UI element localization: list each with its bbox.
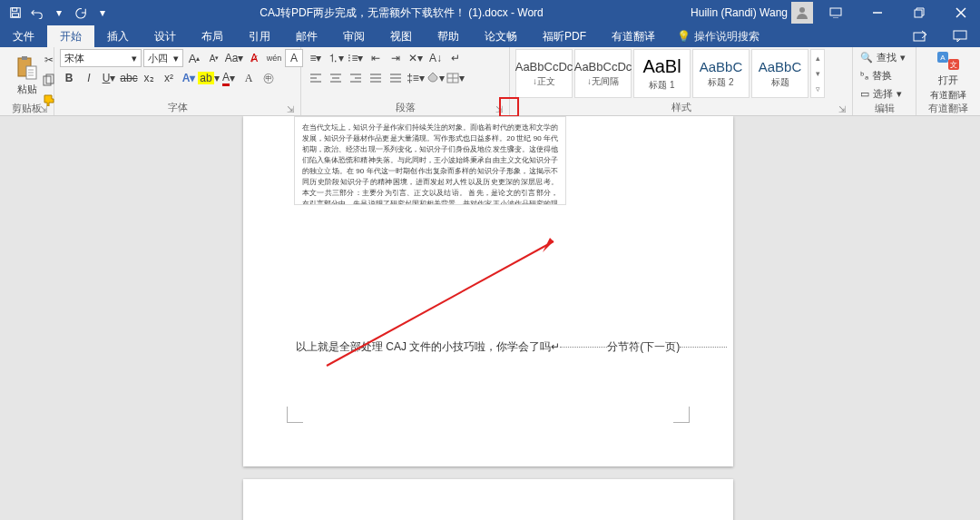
align-left-icon[interactable]: [307, 69, 325, 87]
share-icon[interactable]: [900, 25, 940, 47]
open-translate-button[interactable]: A文 打开 有道翻译: [929, 49, 967, 102]
replace-button[interactable]: ᵇₐ替换: [858, 67, 894, 83]
italic-icon[interactable]: I: [80, 69, 98, 87]
tab-insert[interactable]: 插入: [94, 25, 142, 47]
lightbulb-icon: 💡: [677, 30, 691, 43]
restore-icon[interactable]: [900, 0, 938, 25]
tab-design[interactable]: 设计: [142, 25, 189, 47]
style-name: 标题 1: [649, 79, 674, 92]
style-normal[interactable]: AaBbCcDc↓正文: [515, 49, 573, 98]
styles-launcher-icon[interactable]: ⇲: [836, 103, 848, 115]
ribbon: 粘贴 ✂ 剪贴板⇲ 宋体▾ 小四▾ A▴ A▾ Aa▾ A̷ wén A B: [0, 47, 980, 116]
tab-references[interactable]: 引用: [236, 25, 283, 47]
justify-icon[interactable]: [367, 69, 385, 87]
tab-youdao[interactable]: 有道翻译: [599, 25, 668, 47]
minimize-icon[interactable]: [858, 0, 897, 25]
tab-view[interactable]: 视图: [377, 25, 425, 47]
shrink-font-icon[interactable]: A▾: [205, 49, 223, 67]
qat-customize-icon[interactable]: ▾: [93, 3, 113, 23]
select-label: 选择: [873, 87, 893, 101]
paragraph-launcher-icon[interactable]: ⇲: [493, 103, 505, 115]
strikethrough-icon[interactable]: abc: [120, 69, 138, 87]
tell-me-search[interactable]: 💡 操作说明搜索: [677, 25, 760, 47]
group-editing: 🔍查找▾ ᵇₐ替换 ▭选择▾ 编辑: [853, 47, 916, 115]
save-icon[interactable]: [5, 3, 25, 23]
tell-me-label: 操作说明搜索: [694, 29, 760, 44]
font-color-icon[interactable]: A▾: [220, 69, 238, 87]
bullets-icon[interactable]: ≡▾: [307, 49, 325, 67]
undo-icon[interactable]: [27, 3, 47, 23]
style-preview: AaBl: [642, 56, 681, 77]
font-name-select[interactable]: 宋体▾: [60, 49, 142, 67]
font-launcher-icon[interactable]: ⇲: [284, 103, 297, 115]
ribbon-display-icon[interactable]: [817, 0, 855, 25]
line-spacing-icon[interactable]: ‡≡▾: [407, 69, 425, 87]
style-heading1[interactable]: AaBl标题 1: [633, 49, 691, 98]
increase-indent-icon[interactable]: ⇥: [387, 49, 405, 67]
group-clipboard: 粘贴 ✂ 剪贴板⇲: [0, 47, 54, 115]
select-button[interactable]: ▭选择▾: [858, 85, 904, 102]
tab-mailings[interactable]: 邮件: [283, 25, 330, 47]
tab-file[interactable]: 文件: [0, 25, 47, 47]
grow-font-icon[interactable]: A▴: [185, 49, 203, 67]
character-border-icon[interactable]: A: [285, 49, 303, 67]
borders-icon[interactable]: ▾: [446, 69, 465, 87]
find-button[interactable]: 🔍查找▾: [858, 49, 907, 65]
redo-icon[interactable]: [71, 3, 91, 23]
chevron-down-icon: ▾: [132, 53, 137, 64]
text-effects-icon[interactable]: A▾: [180, 69, 198, 87]
translate-line2-label: 有道翻译: [930, 89, 966, 102]
align-right-icon[interactable]: [347, 69, 365, 87]
close-icon[interactable]: [942, 0, 980, 25]
document-canvas[interactable]: 在当代文坛上，知识分子是作家们持续关注的对象。面临着时代的更迭和文学的发展，知识…: [0, 116, 980, 520]
translate-icon: A文: [936, 49, 961, 72]
sort-icon[interactable]: A↓: [426, 49, 445, 67]
tab-home[interactable]: 开始: [47, 25, 94, 47]
image-paragraph-text: 在当代文坛上，知识分子是作家们持续关注的对象。面临着时代的更迭和文学的发展，知识…: [302, 123, 558, 205]
tab-layout[interactable]: 布局: [189, 25, 236, 47]
select-icon: ▭: [860, 88, 869, 100]
page-5: ↵ ↵ ↵: [243, 479, 733, 520]
subscript-icon[interactable]: x₂: [140, 69, 158, 87]
distributed-icon[interactable]: [387, 69, 405, 87]
font-size-select[interactable]: 小四▾: [143, 49, 183, 67]
find-label: 查找: [877, 51, 897, 64]
user-avatar[interactable]: [791, 2, 813, 24]
styles-gallery-more[interactable]: ▴▾▿: [810, 49, 825, 98]
comments-icon[interactable]: [940, 25, 980, 47]
replace-label: 替换: [872, 69, 892, 83]
embedded-image-paragraph: 在当代文坛上，知识分子是作家们持续关注的对象。面临着时代的更迭和文学的发展，知识…: [294, 116, 566, 205]
translate-open-label: 打开: [938, 74, 958, 87]
document-body-line[interactable]: 以上就是全部处理 CAJ 文件的小技巧啦，你学会了吗↵分节符(下一页): [296, 339, 727, 355]
character-shading-icon[interactable]: A: [240, 69, 258, 87]
numbering-icon[interactable]: ⒈▾: [327, 49, 345, 67]
tab-review[interactable]: 审阅: [330, 25, 377, 47]
editing-group-label: 编辑: [858, 102, 910, 115]
tab-foxitpdf[interactable]: 福昕PDF: [530, 25, 599, 47]
asian-layout-icon[interactable]: ✕▾: [407, 49, 425, 67]
change-case-icon[interactable]: Aa▾: [225, 49, 243, 67]
section-break-text: 分节符(下一页): [607, 340, 680, 353]
enclose-characters-icon[interactable]: ㊥: [260, 69, 278, 87]
underline-icon[interactable]: U▾: [100, 69, 118, 87]
clear-formatting-icon[interactable]: A̷: [245, 49, 263, 67]
svg-rect-4: [830, 8, 841, 15]
shading-icon[interactable]: ▾: [426, 69, 445, 87]
tab-help[interactable]: 帮助: [425, 25, 472, 47]
highlight-color-icon[interactable]: ab▾: [200, 69, 218, 87]
svg-rect-1: [13, 8, 17, 12]
phonetic-guide-icon[interactable]: wén: [265, 49, 283, 67]
superscript-icon[interactable]: x²: [160, 69, 178, 87]
style-heading2[interactable]: AaBbC标题 2: [692, 49, 750, 98]
decrease-indent-icon[interactable]: ⇤: [367, 49, 385, 67]
show-hide-marks-icon[interactable]: ↵: [446, 49, 465, 67]
align-center-icon[interactable]: [327, 69, 345, 87]
bold-icon[interactable]: B: [60, 69, 78, 87]
style-preview: AaBbCcDc: [515, 60, 573, 74]
clipboard-launcher-icon[interactable]: ⇲: [37, 103, 50, 115]
undo-dropdown-icon[interactable]: ▾: [49, 3, 69, 23]
tab-lunwenchang[interactable]: 论文畅: [472, 25, 530, 47]
multilevel-list-icon[interactable]: ⁝≡▾: [347, 49, 365, 67]
style-title[interactable]: AaBbC标题: [751, 49, 808, 98]
style-no-spacing[interactable]: AaBbCcDc↓无间隔: [574, 49, 632, 98]
